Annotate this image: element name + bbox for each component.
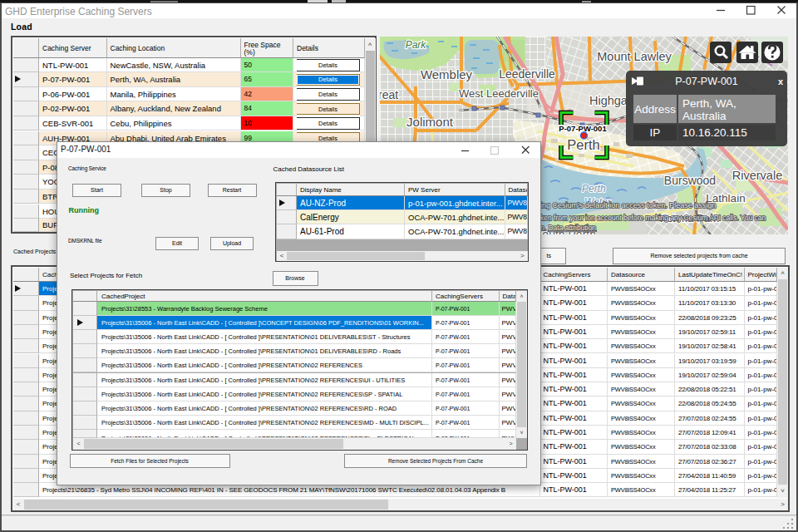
svg-text:Leederville: Leederville — [499, 67, 555, 81]
svg-text:x: x — [778, 76, 784, 86]
svg-text:Address: Address — [634, 103, 676, 116]
svg-text:Rivervale: Rivervale — [732, 169, 782, 182]
svg-text:IP: IP — [650, 126, 661, 139]
svg-text:P-07-PW-001: P-07-PW-001 — [675, 76, 738, 87]
svg-text:Perth: Perth — [582, 183, 606, 195]
svg-text:Perth: Perth — [567, 137, 599, 152]
svg-text:West Leederville: West Leederville — [459, 87, 539, 100]
svg-text:ing Cesium's default ion acces: ing Cesium's default ion access token. P… — [540, 201, 716, 209]
svg-text:Burswood: Burswood — [664, 174, 716, 187]
svg-text:Perth, WA,: Perth, WA, — [682, 97, 736, 110]
svg-text:Jolimont: Jolimont — [406, 115, 454, 129]
svg-text:reat: reat — [380, 88, 398, 101]
svg-text:10.16.20.115: 10.16.20.115 — [682, 126, 747, 139]
svg-text:n. Data attribution: n. Data attribution — [540, 224, 596, 232]
svg-text:Mount Lawley: Mount Lawley — [597, 50, 672, 63]
svg-text:P-07-PW-001: P-07-PW-001 — [559, 124, 607, 133]
svg-text:ken from your ion account befo: ken from your ion account before making … — [540, 214, 766, 222]
svg-text:Australia: Australia — [682, 110, 727, 122]
svg-text:Wembley: Wembley — [421, 67, 473, 81]
svg-text:Park: Park — [406, 39, 427, 51]
